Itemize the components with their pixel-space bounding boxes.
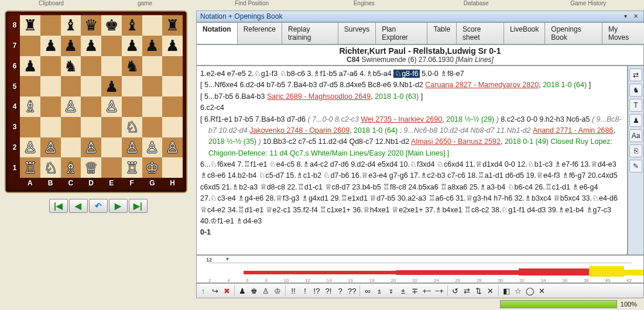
piece[interactable]: ♔: [145, 160, 159, 175]
square[interactable]: ♝: [61, 15, 81, 36]
square[interactable]: [40, 56, 61, 77]
square[interactable]: [40, 97, 61, 117]
minimize-icon[interactable]: ▾: [621, 12, 629, 20]
square[interactable]: [101, 137, 122, 158]
piece[interactable]: ♖: [125, 160, 139, 175]
side-tool[interactable]: ♞: [629, 84, 642, 97]
side-tool[interactable]: ⇄: [629, 68, 642, 81]
variation-text[interactable]: [ 6.Rf1-e1 b7-b5 7.Ba4-b3 d7-d6: [200, 115, 307, 123]
piece[interactable]: ♟: [145, 38, 159, 53]
variation-text[interactable]: [ 5...b7-b5 6.Ba4-b3: [200, 92, 267, 101]
square[interactable]: ♛: [81, 15, 101, 36]
square[interactable]: [142, 117, 163, 137]
side-tool[interactable]: ⎘: [629, 144, 642, 157]
undo-button[interactable]: ↶: [89, 199, 108, 213]
annotation-tool[interactable]: ?: [336, 287, 344, 295]
square[interactable]: [142, 56, 163, 77]
square[interactable]: [40, 76, 61, 97]
square[interactable]: ♟: [40, 36, 61, 56]
square[interactable]: ♙: [61, 97, 81, 117]
variation-text[interactable]: [ 5...Nf6xe4 6.d2-d4 b7-b5 7.Ba4-b3 d7-d…: [200, 81, 425, 89]
square[interactable]: ♕: [81, 157, 101, 178]
ribbon-group[interactable]: Database: [420, 0, 532, 7]
piece[interactable]: ♙: [44, 140, 57, 155]
piece[interactable]: ♕: [84, 160, 98, 175]
piece[interactable]: ♟: [84, 38, 98, 53]
square[interactable]: ♟: [81, 36, 101, 56]
side-tool[interactable]: Aa: [629, 129, 642, 142]
square[interactable]: ♙: [81, 137, 101, 158]
tab-plan-explorer[interactable]: Plan Explorer: [375, 22, 427, 44]
mainline-moves[interactable]: 6...♘f6xe4 7.♖f1-e1 ♘e4-c5 8.♗a4-c2 d7-d…: [200, 160, 618, 225]
prev-button[interactable]: ◀: [69, 199, 88, 213]
move-text[interactable]: 5.0-0 ♗f8-e7: [420, 70, 464, 78]
tab-openings-book[interactable]: Openings Book: [544, 22, 602, 44]
square[interactable]: ♙: [142, 137, 163, 158]
notation-pane[interactable]: 1.e2-e4 e7-e5 2.♘g1-f3 ♘b8-c6 3.♗f1-b5 a…: [196, 66, 628, 255]
piece[interactable]: ♝: [125, 18, 139, 33]
piece[interactable]: ♟: [105, 79, 118, 94]
square[interactable]: [61, 137, 81, 158]
annotation-tool[interactable]: ◯: [526, 287, 535, 295]
piece[interactable]: ♙: [105, 99, 118, 114]
annotation-tool[interactable]: ??: [348, 287, 356, 295]
square[interactable]: [101, 56, 122, 77]
game-ref-link[interactable]: Saric 2689 - Maghsoodloo 2649: [267, 92, 371, 101]
square[interactable]: ♜: [20, 15, 40, 36]
piece[interactable]: ♟: [64, 38, 77, 53]
piece[interactable]: ♚: [105, 18, 118, 33]
piece[interactable]: ♘: [44, 160, 57, 175]
annotation-tool[interactable]: ⇅: [475, 287, 483, 295]
close-icon[interactable]: ✕: [632, 12, 640, 20]
annotation-tool[interactable]: −+: [435, 287, 444, 295]
piece[interactable]: ♙: [23, 140, 37, 155]
square[interactable]: ♟: [162, 36, 183, 56]
square[interactable]: [122, 97, 142, 117]
annotation-tool[interactable]: ♔: [273, 287, 282, 295]
piece[interactable]: ♗: [23, 99, 37, 114]
square[interactable]: ♞: [61, 56, 81, 77]
game-ref-link[interactable]: Anand 2771 - Amin 2686: [533, 126, 614, 135]
square[interactable]: [81, 97, 101, 117]
side-tool[interactable]: T: [629, 99, 642, 112]
annotation-tool[interactable]: ∞: [364, 287, 372, 295]
game-ref-link[interactable]: Almasi 2650 - Banusz 2592: [411, 137, 501, 146]
square[interactable]: ♔: [142, 157, 163, 178]
tab-livebook[interactable]: LiveBook: [503, 22, 545, 44]
ribbon-group[interactable]: Game History: [533, 0, 645, 7]
square[interactable]: ♗: [61, 157, 81, 178]
square[interactable]: ♞: [122, 56, 142, 77]
game-ref-link[interactable]: Caruana 2827 - Mamedyarov 2820: [425, 81, 539, 89]
piece[interactable]: ♟: [44, 38, 57, 53]
square[interactable]: [40, 117, 61, 137]
piece[interactable]: ♘: [125, 119, 139, 135]
chess-board[interactable]: 8♜♝♛♚♝♜7♟♟♟♟♟♟6♟♞♞5♟4♗♙♙3♘2♙♙♙♙♙♙1♖♘♗♕♖♔…: [5, 11, 187, 193]
annotation-tool[interactable]: ☆: [514, 287, 522, 295]
annotation-tool[interactable]: ✕: [538, 287, 546, 295]
square[interactable]: ♟: [101, 76, 122, 97]
piece[interactable]: ♛: [84, 18, 98, 33]
square[interactable]: ♟: [122, 36, 142, 56]
square[interactable]: [40, 15, 61, 36]
piece[interactable]: ♟: [125, 38, 139, 53]
move-text[interactable]: 1.e2-e4 e7-e5 2.♘g1-f3 ♘b8-c6 3.♗f1-b5 a…: [200, 70, 393, 78]
square[interactable]: [142, 76, 163, 97]
annotation-tool[interactable]: !?: [313, 287, 321, 295]
tab-my-moves[interactable]: My Moves: [602, 22, 644, 44]
next-button[interactable]: ▶: [109, 199, 128, 213]
side-tool[interactable]: ✎: [629, 160, 642, 173]
square[interactable]: [81, 117, 101, 137]
square[interactable]: ♜: [162, 15, 183, 36]
piece[interactable]: ♞: [125, 58, 139, 74]
tab-notation[interactable]: Notation: [196, 22, 238, 44]
ribbon-group[interactable]: Clipboard: [5, 0, 98, 7]
annotation-tool[interactable]: !!: [289, 287, 297, 295]
square[interactable]: [162, 157, 183, 178]
square[interactable]: [101, 117, 122, 137]
piece[interactable]: ♝: [64, 18, 77, 33]
current-move[interactable]: ♘g8-f6: [393, 70, 420, 78]
square[interactable]: ♗: [20, 97, 40, 117]
annotation-tool[interactable]: ∓: [410, 287, 419, 295]
square[interactable]: [20, 76, 40, 97]
square[interactable]: ♙: [162, 137, 183, 158]
